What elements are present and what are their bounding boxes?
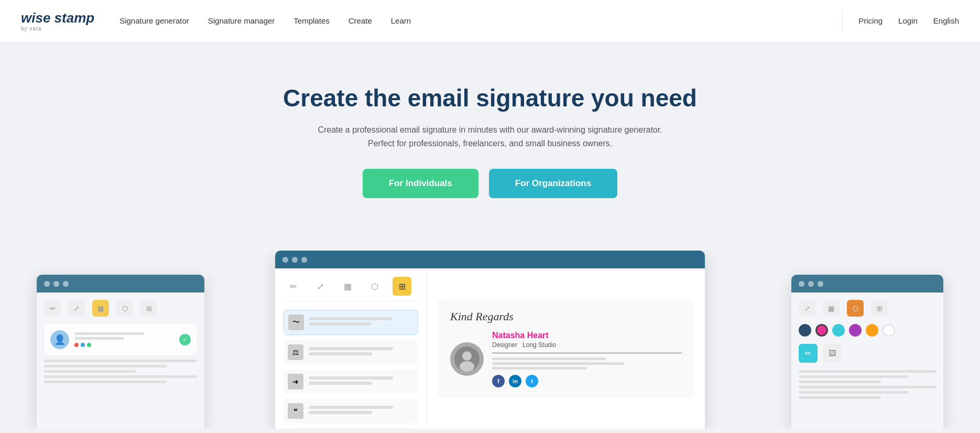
nav-templates[interactable]: Templates [293,16,329,25]
left-dots [74,343,174,347]
svg-point-2 [460,361,474,372]
right-gray-lines [799,370,936,399]
right-icon-edit[interactable]: ✏ [799,344,818,363]
gray-lines [44,360,197,383]
rgl3 [799,381,881,383]
sig-name: Natasha Heart [492,331,682,340]
dot2 [53,281,59,287]
hero-buttons: For Individuals For Organizations [10,169,970,198]
rgl2 [799,375,909,378]
nav-login[interactable]: Login [898,16,918,25]
left-browser-content: ✏ ⤢ ▦ ⬡ ⊞ 👤 ✓ [37,293,204,429]
nav-sig-manager[interactable]: Signature manager [208,16,275,25]
template-item-5[interactable]: 📷 [284,428,418,429]
right-icon-paint: ⬡ [847,300,864,317]
nav-sig-generator[interactable]: Signature generator [119,16,189,25]
for-individuals-button[interactable]: For Individuals [363,169,478,198]
sig-avatar [450,342,484,376]
tl-m2 [309,347,393,350]
center-titlebar [275,251,705,268]
ti-icon3: ➜ [288,374,303,389]
tb-grid[interactable]: ⊞ [393,277,411,296]
template-item-3[interactable]: ➜ [284,370,418,394]
for-organizations-button[interactable]: For Organizations [489,169,617,198]
center-left-panel: ✏ ⤢ ▦ ⬡ ⊞ 〜 ⚖ [275,268,427,429]
left-check: ✓ [179,334,191,345]
dot3 [63,281,69,287]
ti-icon1: 〜 [288,315,304,330]
color-orange[interactable] [866,324,878,337]
nav-links: Signature generator Signature manager Te… [119,16,411,26]
left-icon-paint: ⬡ [116,300,133,317]
social-linkedin: in [509,375,521,387]
right-icon-grid: ⊞ [871,300,888,317]
tb-share[interactable]: ⤢ [311,277,330,296]
tl-s4 [309,411,372,414]
ti-icon2: ⚖ [288,344,303,360]
color-white[interactable] [883,324,895,337]
navbar: wise stamp by vata Signature generator S… [0,0,980,42]
tl-m4 [309,406,393,409]
mockup-left: ✏ ⤢ ▦ ⬡ ⊞ 👤 ✓ [37,275,204,429]
hero-subtitle: Create a professional email signature in… [10,123,970,150]
rdot2 [808,281,814,287]
right-icon-share: ⤢ [799,300,815,317]
sig-job: Designer [492,341,517,349]
dot-red [74,343,79,347]
sig-title: Designer Long Studio [492,341,682,349]
center-right-panel: Kind Regards Natasha Heart [427,268,705,429]
tl-s1 [309,322,372,326]
nav-pricing[interactable]: Pricing [858,16,883,25]
left-icon-grid: ⊞ [140,300,157,317]
left-line2 [74,337,124,340]
left-titlebar [37,275,204,293]
dot-blue [81,343,85,347]
cdot2 [292,257,298,263]
ti-lines4 [309,406,414,416]
left-line1 [74,332,144,335]
ti-lines1 [309,317,413,328]
color-purple[interactable] [849,324,862,337]
rdot3 [818,281,823,287]
left-icon-pencil: ✏ [44,300,61,317]
sig-company: Long Studio [522,341,556,349]
sig-body: Natasha Heart Designer Long Studio [450,331,682,387]
logo-tagline: by vata [21,26,94,31]
left-icon-card: ▦ [92,300,109,317]
right-browser-content: ⤢ ▦ ⬡ ⊞ ✏ 🖼 [791,293,943,429]
tb-pencil[interactable]: ✏ [284,277,302,296]
nav-language[interactable]: English [933,16,959,25]
nav-divider [842,10,843,31]
ti-icon4: ❝ [288,403,303,419]
color-pink[interactable] [815,324,828,337]
left-toolbar: ✏ ⤢ ▦ ⬡ ⊞ [44,300,197,317]
social-facebook: f [492,375,505,387]
sig-info: Natasha Heart Designer Long Studio [492,331,682,387]
sig-divider [492,353,682,353]
ti-lines2 [309,347,414,358]
color-navy[interactable] [799,324,811,337]
hero-subtitle-line2: Perfect for professionals, freelancers, … [368,139,612,148]
template-item-2[interactable]: ⚖ [284,340,418,364]
logo[interactable]: wise stamp by vata [21,11,94,31]
mockups-section: ✏ ⤢ ▦ ⬡ ⊞ 👤 ✓ [0,251,980,429]
dot-green [87,343,91,347]
gray-line1 [44,360,197,362]
rgl1 [799,370,936,373]
center-browser-content: ✏ ⤢ ▦ ⬡ ⊞ 〜 ⚖ [275,268,705,429]
tl-s2 [309,352,372,355]
template-item-4[interactable]: ❝ [284,399,418,423]
nav-learn[interactable]: Learn [391,16,411,25]
right-icons-row: ✏ 🖼 [799,344,936,363]
color-palette [799,324,936,337]
hero-title: Create the email signature you need [10,84,970,113]
template-item-1[interactable]: 〜 [284,310,418,335]
avatar-svg [454,347,480,372]
logo-text: wise stamp [21,11,94,25]
right-titlebar [791,275,943,293]
nav-create[interactable]: Create [349,16,372,25]
right-icon-image[interactable]: 🖼 [823,344,842,363]
tb-card[interactable]: ▦ [338,277,357,296]
tb-paint[interactable]: ⬡ [365,277,384,296]
color-teal[interactable] [832,324,845,337]
